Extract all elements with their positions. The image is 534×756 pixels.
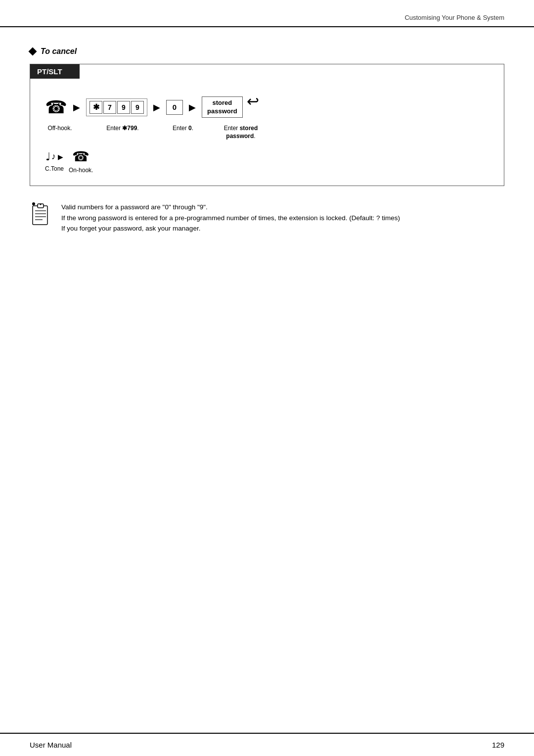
footer-page-number: 129: [492, 741, 504, 749]
key-7: 7: [103, 101, 116, 114]
arrow-3: ▶: [189, 102, 196, 113]
page-header: Customising Your Phone & System: [0, 0, 534, 27]
note-line-1: Valid numbers for a password are "0" thr…: [61, 202, 400, 213]
arrow-2: ▶: [153, 102, 160, 113]
key-zero: 0: [166, 100, 183, 115]
key-sequence-step: ✱ 7 9 9: [86, 98, 147, 116]
pt-slt-label: PT/SLT: [30, 64, 80, 79]
svg-point-7: [32, 202, 35, 205]
music-note-icon: ♩: [45, 150, 50, 163]
phone-offhook-icon: ☎: [45, 97, 67, 118]
enter-zero-label: Enter 0.: [173, 125, 193, 132]
ctone-arrow-icon: ▶: [58, 153, 63, 161]
music-note2-icon: ♪: [51, 151, 56, 162]
header-title: Customising Your Phone & System: [404, 14, 504, 21]
ctone-label: C.Tone: [45, 165, 64, 172]
steps-row: ☎ ▶ ✱ 7 9 9 ▶ 0 ▶: [30, 79, 504, 122]
ctone-icon: ♩ ♪ ▶: [45, 150, 63, 163]
stored-password-step: stored password: [202, 96, 243, 118]
section-title: To cancel: [41, 47, 77, 56]
diamond-icon: [29, 47, 37, 56]
key-seq-label: Enter ✱799.: [106, 125, 138, 132]
key-9b: 9: [131, 101, 144, 114]
return-arrow-icon: ↩: [247, 93, 259, 110]
onhook-label: On-hook.: [69, 167, 93, 174]
note-line-2: If the wrong password is entered for a p…: [61, 213, 400, 224]
second-row: ♩ ♪ ▶ C.Tone ☎ On-hook.: [30, 140, 504, 174]
offhook-step: ☎: [45, 97, 67, 118]
note-icon: [30, 202, 51, 228]
main-content: To cancel PT/SLT ☎ ▶ ✱ 7 9 9 ▶: [0, 27, 534, 264]
note-line-3: If you forget your password, ask your ma…: [61, 223, 400, 234]
key-star: ✱: [89, 101, 102, 114]
onhook-group: ☎ On-hook.: [69, 148, 93, 174]
stored-line1: stored: [212, 99, 232, 106]
offhook-label: Off-hook.: [47, 125, 72, 132]
note-section: Valid numbers for a password are "0" thr…: [30, 202, 504, 234]
stored-line2: password: [207, 107, 237, 115]
stored-password-box: stored password: [202, 96, 243, 118]
ctone-group: ♩ ♪ ▶ C.Tone: [45, 150, 64, 172]
footer-manual-label: User Manual: [30, 741, 72, 749]
arrow-1: ▶: [73, 102, 80, 113]
onhook-icon: ☎: [72, 148, 89, 165]
enter-zero-step: 0: [166, 100, 183, 115]
page-footer: User Manual 129: [0, 733, 534, 756]
svg-rect-0: [33, 206, 47, 225]
svg-point-6: [40, 204, 42, 205]
pt-slt-box: PT/SLT ☎ ▶ ✱ 7 9 9 ▶ 0: [30, 64, 504, 186]
stored-pwd-label: Enter storedpassword.: [224, 125, 258, 140]
note-text-block: Valid numbers for a password are "0" thr…: [61, 202, 400, 234]
section-heading: To cancel: [30, 47, 504, 56]
key-buttons: ✱ 7 9 9: [86, 98, 147, 116]
key-9a: 9: [117, 101, 130, 114]
